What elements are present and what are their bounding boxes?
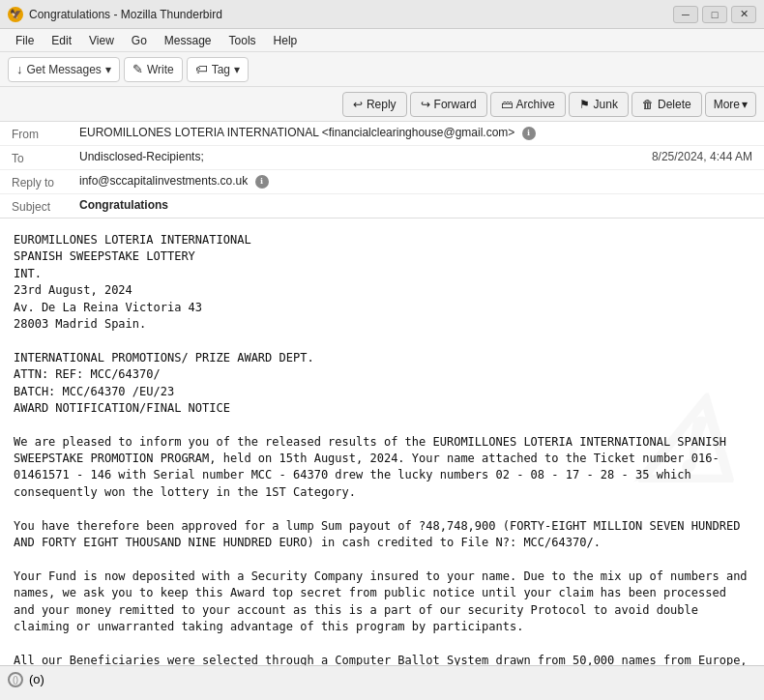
write-icon: ✎ — [132, 62, 143, 76]
delete-label: Delete — [658, 98, 691, 111]
from-value: EUROMILLONES LOTERIA INTERNATIONAL <fina… — [79, 126, 752, 140]
get-messages-button[interactable]: ↓ Get Messages ▾ — [8, 57, 120, 82]
write-label: Write — [147, 63, 174, 76]
get-messages-icon: ↓ — [16, 62, 23, 76]
from-label: From — [12, 126, 79, 141]
forward-button[interactable]: ↪ Forward — [410, 92, 487, 117]
window-controls: ─ □ ✕ — [673, 6, 756, 23]
subject-row: Subject Congratulations — [0, 194, 764, 218]
window-title: Congratulations - Mozilla Thunderbird — [29, 8, 222, 21]
email-date: 8/25/2024, 4:44 AM — [652, 150, 752, 163]
junk-icon: ⚑ — [579, 98, 590, 111]
archive-icon: 🗃 — [501, 98, 513, 111]
status-icon-symbol: () — [13, 675, 18, 685]
minimize-button[interactable]: ─ — [673, 6, 698, 23]
action-bar: ↩ Reply ↪ Forward 🗃 Archive ⚑ Junk 🗑 Del… — [0, 87, 764, 122]
replyto-security-icon: ℹ — [255, 175, 269, 189]
menu-view[interactable]: View — [81, 32, 122, 49]
app-icon: 🦅 — [8, 7, 23, 22]
tag-dropdown-icon: ▾ — [234, 63, 240, 76]
maximize-button[interactable]: □ — [702, 6, 727, 23]
to-value: Undisclosed-Recipients; — [79, 150, 652, 163]
status-bar: () (o) — [0, 665, 764, 692]
menu-help[interactable]: Help — [266, 32, 306, 49]
delete-button[interactable]: 🗑 Delete — [632, 92, 702, 117]
to-row: To Undisclosed-Recipients; 8/25/2024, 4:… — [0, 146, 764, 170]
tag-label: Tag — [212, 63, 230, 76]
title-bar: 🦅 Congratulations - Mozilla Thunderbird … — [0, 0, 764, 29]
menu-file[interactable]: File — [8, 32, 42, 49]
to-label: To — [12, 150, 79, 165]
reply-label: Reply — [367, 98, 397, 111]
replyto-row: Reply to info@sccapitalinvestments.co.uk… — [0, 170, 764, 194]
menu-message[interactable]: Message — [157, 32, 220, 49]
more-label: More — [714, 98, 740, 111]
get-messages-label: Get Messages — [27, 63, 102, 76]
replyto-value: info@sccapitalinvestments.co.uk ℹ — [79, 174, 752, 189]
replyto-label: Reply to — [12, 174, 79, 190]
tag-button[interactable]: 🏷 Tag ▾ — [187, 57, 249, 82]
reply-button[interactable]: ↩ Reply — [342, 92, 407, 117]
from-address: EUROMILLONES LOTERIA INTERNATIONAL <fina… — [79, 126, 514, 139]
email-body: ⚠ EUROMILLONES LOTERIA INTERNATIONAL SPA… — [0, 219, 764, 665]
toolbar: ↓ Get Messages ▾ ✎ Write 🏷 Tag ▾ — [0, 52, 764, 87]
write-button[interactable]: ✎ Write — [124, 57, 183, 82]
delete-icon: 🗑 — [642, 98, 654, 111]
title-bar-left: 🦅 Congratulations - Mozilla Thunderbird — [8, 7, 222, 22]
junk-label: Junk — [594, 98, 618, 111]
forward-label: Forward — [434, 98, 477, 111]
more-button[interactable]: More ▾ — [705, 92, 756, 117]
from-security-icon: ℹ — [522, 127, 536, 140]
tag-icon: 🏷 — [195, 62, 208, 76]
status-text: (o) — [29, 672, 44, 686]
menu-go[interactable]: Go — [124, 32, 155, 49]
subject-label: Subject — [12, 198, 79, 214]
email-headers: From EUROMILLONES LOTERIA INTERNATIONAL … — [0, 122, 764, 219]
email-body-text: EUROMILLONES LOTERIA INTERNATIONAL SPANI… — [14, 232, 750, 665]
menu-bar: File Edit View Go Message Tools Help — [0, 29, 764, 52]
subject-value: Congratulations — [79, 198, 752, 212]
menu-edit[interactable]: Edit — [44, 32, 79, 49]
from-row: From EUROMILLONES LOTERIA INTERNATIONAL … — [0, 122, 764, 146]
more-dropdown-icon: ▾ — [742, 98, 748, 111]
forward-icon: ↪ — [421, 98, 430, 111]
junk-button[interactable]: ⚑ Junk — [569, 92, 629, 117]
archive-label: Archive — [516, 98, 555, 111]
archive-button[interactable]: 🗃 Archive — [490, 92, 566, 117]
reply-icon: ↩ — [353, 98, 363, 111]
status-icon: () — [8, 672, 23, 687]
close-button[interactable]: ✕ — [731, 6, 756, 23]
get-messages-dropdown-icon: ▾ — [105, 63, 111, 76]
menu-tools[interactable]: Tools — [221, 32, 264, 49]
replyto-address: info@sccapitalinvestments.co.uk — [79, 174, 248, 188]
